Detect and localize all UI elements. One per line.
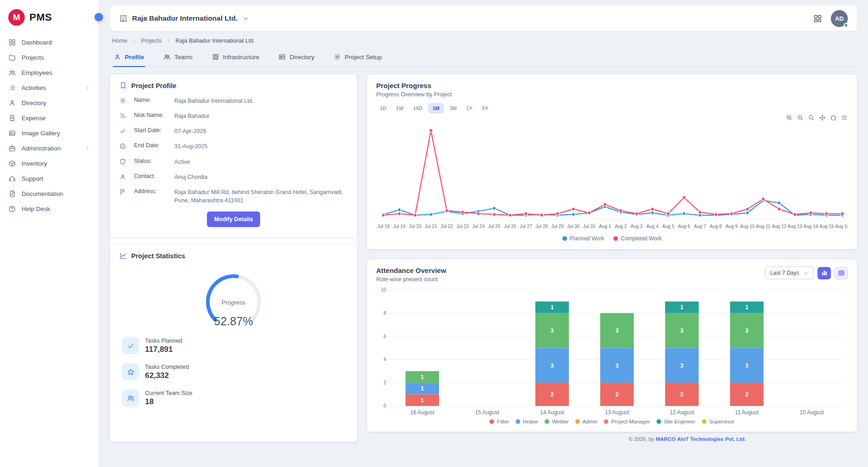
sidebar-item-employees[interactable]: Employees [0, 65, 99, 80]
svg-text:Aug 4: Aug 4 [646, 224, 659, 229]
stat-value: 18 [145, 397, 192, 406]
svg-text:Aug 10: Aug 10 [740, 224, 755, 229]
legend-label: Site Engineer [664, 419, 696, 424]
field-value: Raja Bahadur [174, 112, 348, 120]
svg-text:8: 8 [384, 311, 386, 316]
footer-company-link[interactable]: MARCO AIoT Technologies Pvt. Ltd. [656, 436, 746, 442]
pan-icon[interactable] [819, 114, 826, 121]
topbar-right: AD [813, 10, 848, 27]
svg-text:3: 3 [615, 328, 618, 334]
tab-infrastructure[interactable]: Infrastructure [211, 50, 261, 66]
chart-view-button[interactable] [818, 267, 831, 279]
stat-current-team-size: Current Team Size18 [122, 389, 345, 406]
legend-label: Planned Work [570, 235, 604, 242]
svg-text:Jul 20: Jul 20 [409, 224, 421, 229]
chevron-right-icon [166, 38, 172, 44]
legend-fitter[interactable]: Fitter [490, 419, 509, 424]
range-button-1w[interactable]: 1W [392, 104, 407, 113]
field-label: Contact: [134, 173, 171, 179]
stat-value: 117,891 [145, 345, 182, 354]
chevron-right-icon [84, 85, 90, 91]
sidebar-item-projects[interactable]: Projects [0, 50, 99, 65]
chevron-right-icon [84, 145, 90, 151]
tab-label: Infrastructure [223, 54, 260, 61]
zoom-out-icon[interactable] [797, 114, 804, 121]
svg-text:3: 3 [551, 328, 554, 334]
svg-text:Aug 12: Aug 12 [772, 224, 786, 229]
svg-text:2: 2 [680, 391, 684, 398]
reset-zoom-icon[interactable] [830, 114, 837, 121]
sidebar-item-inventory[interactable]: Inventory [0, 156, 99, 171]
svg-text:Aug 15: Aug 15 [819, 224, 834, 229]
apps-grid-button[interactable] [813, 14, 823, 23]
range-button-1y[interactable]: 1Y [462, 104, 476, 113]
svg-text:0: 0 [384, 403, 386, 408]
sidebar-item-activities[interactable]: Activities [0, 80, 99, 95]
selection-zoom-icon[interactable] [808, 114, 815, 121]
svg-text:Jul 21: Jul 21 [425, 224, 437, 229]
field-label: Address: [134, 188, 171, 195]
legend-admin[interactable]: Admin [575, 419, 598, 424]
range-button-3m[interactable]: 3M [446, 104, 460, 113]
sidebar-item-help-desk[interactable]: Help Desk [0, 201, 99, 217]
svg-text:Jul 18: Jul 18 [377, 224, 389, 229]
sidebar-item-support[interactable]: Support [0, 171, 99, 186]
legend-label: Admin [583, 419, 598, 424]
legend-welder[interactable]: Welder [545, 419, 568, 424]
sidebar-item-expense[interactable]: Expense [0, 111, 99, 126]
range-button-1d[interactable]: 1D [376, 104, 390, 113]
date-range-select[interactable]: Last 7 Days [765, 267, 814, 279]
stat-items: Tasks Planned117,891Tasks Completed62,33… [119, 337, 348, 406]
range-button-5y[interactable]: 5Y [479, 104, 492, 113]
sidebar-item-image-gallery[interactable]: Image Gallery [0, 126, 99, 141]
table-view-button[interactable] [835, 267, 848, 279]
chart-menu-icon[interactable] [841, 114, 848, 121]
field-label: End Date: [134, 142, 171, 149]
tab-label: Profile [125, 54, 144, 61]
attendance-overview-card: Attendance Overview Role-wise present co… [367, 259, 857, 432]
tab-label: Project Setup [345, 54, 382, 61]
svg-text:1: 1 [421, 374, 424, 380]
gauge-label: Progress [222, 299, 246, 306]
legend-supervisor[interactable]: Supervisor [702, 419, 734, 424]
sidebar-item-dashboard[interactable]: Dashboard [0, 35, 99, 50]
legend-project-manager[interactable]: Project Manager [604, 419, 650, 424]
tab-teams[interactable]: Teams [162, 50, 194, 66]
sidebar-item-label: Employees [22, 69, 52, 76]
svg-text:3: 3 [680, 328, 684, 334]
svg-text:1: 1 [745, 304, 748, 311]
app-logo[interactable]: M PMS [0, 0, 99, 35]
documentation-icon [8, 190, 16, 198]
star-icon [122, 363, 139, 380]
tab-profile[interactable]: Profile [113, 50, 145, 66]
legend-helper[interactable]: Helper [516, 419, 539, 424]
sidebar-item-documentation[interactable]: Documentation [0, 186, 99, 201]
chevron-right-icon [131, 38, 137, 44]
profile-field-contact: Contact:Anuj Chordia [119, 173, 348, 181]
zoom-in-icon[interactable] [786, 114, 793, 121]
tab-label: Directory [289, 54, 314, 61]
svg-text:1: 1 [680, 304, 684, 311]
chart-line-icon [119, 252, 127, 260]
user-avatar[interactable]: AD [831, 10, 848, 27]
modify-details-button[interactable]: Modify Details [207, 211, 261, 227]
sidebar-item-administration[interactable]: Administration [0, 141, 99, 156]
legend-completed-work[interactable]: Completed Work [613, 235, 662, 242]
company-selector[interactable]: Raja Bahadur International Ltd. [119, 14, 249, 22]
project-progress-card: Project Progress Progress Overview by Pr… [367, 74, 857, 249]
tab-directory[interactable]: Directory [278, 50, 315, 66]
legend-planned-work[interactable]: Planned Work [562, 235, 604, 242]
breadcrumb-item-home[interactable]: Home [112, 38, 127, 44]
sidebar-item-directory[interactable]: Directory [0, 95, 99, 111]
range-button-15d[interactable]: 15D [410, 104, 426, 113]
bar-chart-icon [821, 269, 828, 277]
svg-text:1: 1 [421, 386, 424, 392]
legend-site-engineer[interactable]: Site Engineer [657, 419, 696, 424]
attendance-controls: Last 7 Days [765, 267, 848, 279]
breadcrumb-item-projects[interactable]: Projects [141, 38, 161, 44]
tab-project-setup[interactable]: Project Setup [333, 50, 383, 66]
sidebar-collapse-button[interactable] [94, 12, 104, 22]
tab-label: Teams [174, 54, 193, 61]
svg-text:Jul 30: Jul 30 [567, 224, 579, 229]
range-button-1m[interactable]: 1M [428, 103, 444, 113]
